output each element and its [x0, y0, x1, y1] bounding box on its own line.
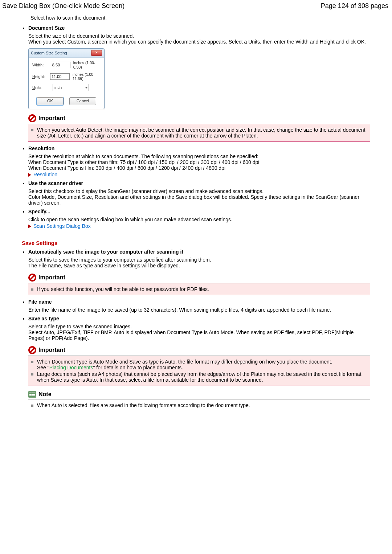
width-input[interactable] — [51, 62, 70, 68]
important-title-1: Important — [38, 115, 65, 122]
important3-item-2: Large documents (such as A4 photos) that… — [31, 371, 367, 383]
page-title: Save Dialog Box (One-click Mode Screen) — [2, 2, 124, 10]
important-title-2: Important — [38, 274, 65, 281]
height-label: Height: — [32, 74, 47, 79]
intro-text: Select how to scan the document. — [30, 15, 370, 21]
important-callout-3: Important When Document Type is Auto Mod… — [28, 346, 370, 386]
note-text: When Auto is selected, files are saved i… — [31, 402, 367, 408]
specify-desc: Click to open the Scan Settings dialog b… — [28, 217, 370, 222]
scanner-driver-desc-1: Select this checkbox to display the Scan… — [28, 188, 370, 194]
specify-heading: Specify... — [28, 209, 370, 214]
custom-size-dialog: Custom Size Setting ✕ Width: inches (1.0… — [28, 48, 105, 109]
resolution-desc-3: When Document Type is film: 300 dpi / 40… — [28, 165, 370, 171]
height-input[interactable] — [50, 73, 70, 80]
arrow-right-icon — [28, 173, 31, 177]
cancel-button[interactable]: Cancel — [69, 97, 96, 105]
document-size-heading: Document Size — [28, 25, 370, 31]
dialog-title: Custom Size Setting — [31, 51, 67, 55]
important1-text: When you select Auto Detect, the image m… — [31, 127, 367, 139]
height-range: inches (1.00-11.69) — [73, 72, 101, 81]
close-button[interactable]: ✕ — [91, 50, 102, 56]
file-name-heading: File name — [28, 299, 370, 305]
page-count: Page 124 of 308 pages — [321, 2, 388, 10]
auto-save-desc-2: The File name, Save as type and Save in … — [28, 263, 370, 268]
document-size-desc-2: When you select Custom, a screen in whic… — [28, 39, 370, 45]
scanner-driver-desc-2: Color Mode, Document Size, Resolution an… — [28, 194, 370, 206]
prohibition-icon — [28, 114, 36, 122]
resolution-desc-1: Select the resolution at which to scan d… — [28, 153, 370, 159]
prohibition-icon — [28, 274, 36, 282]
width-range: inches (1.00-8.50) — [73, 61, 101, 69]
scan-settings-link[interactable]: Scan Settings Dialog Box — [33, 223, 91, 229]
ok-button[interactable]: OK — [37, 97, 64, 105]
auto-save-heading: Automatically save the image to your com… — [28, 249, 370, 255]
save-as-type-heading: Save as type — [28, 316, 370, 321]
important-callout-2: Important If you select this function, y… — [28, 274, 370, 295]
file-name-desc: Enter the file name of the image to be s… — [28, 307, 370, 313]
resolution-desc-2: When Document Type is other than film: 7… — [28, 159, 370, 165]
important2-text: If you select this function, you will no… — [31, 286, 367, 292]
important3-item-1: When Document Type is Auto Mode and Save… — [31, 359, 367, 370]
prohibition-icon — [28, 346, 36, 354]
important-callout-1: Important When you select Auto Detect, t… — [28, 114, 370, 142]
chevron-down-icon — [85, 87, 88, 89]
important-title-3: Important — [38, 347, 65, 353]
placing-documents-link[interactable]: Placing Documents — [49, 365, 93, 370]
note-icon — [28, 391, 36, 398]
units-select[interactable]: inch — [53, 84, 89, 91]
width-label: Width: — [32, 63, 48, 67]
auto-save-desc-1: Select this to save the images to your c… — [28, 257, 370, 263]
resolution-link[interactable]: Resolution — [33, 172, 57, 177]
scanner-driver-heading: Use the scanner driver — [28, 180, 370, 186]
save-settings-heading: Save Settings — [22, 240, 370, 246]
units-label: Units: — [32, 85, 50, 90]
save-as-type-desc-1: Select a file type to save the scanned i… — [28, 324, 370, 329]
resolution-heading: Resolution — [28, 145, 370, 151]
document-size-desc-1: Select the size of the document to be sc… — [28, 33, 370, 39]
save-as-type-desc-2: Select Auto, JPEG/Exif, TIFF or BMP. Aut… — [28, 329, 370, 341]
note-title: Note — [38, 391, 52, 398]
arrow-right-icon — [28, 225, 31, 228]
note-callout: Note When Auto is selected, files are sa… — [28, 391, 370, 411]
